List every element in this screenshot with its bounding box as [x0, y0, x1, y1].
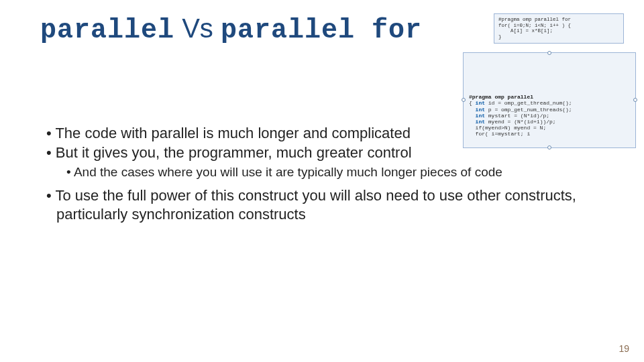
code-small-text: #pragma omp parallel for for( i=0;N; i<N…	[498, 17, 571, 40]
bullet-text: To use the full power of this construct …	[55, 187, 576, 223]
selection-handle-icon	[462, 98, 466, 102]
bullet-item: But it gives you, the programmer, much g…	[44, 143, 617, 162]
title-vs: Vs	[174, 13, 221, 43]
sub-bullet-item: And the cases where you will use it are …	[44, 164, 617, 180]
bullet-text: But it gives you, the programmer, much g…	[56, 144, 412, 161]
slide-title: parallel Vs parallel for	[40, 13, 422, 46]
bullet-text: And the cases where you will use it are …	[74, 165, 502, 179]
code-snippet-parallel-for: #pragma omp parallel for for( i=0;N; i<N…	[494, 13, 624, 44]
selection-handle-icon	[547, 51, 551, 55]
bullet-item: To use the full power of this construct …	[44, 186, 617, 224]
bullet-list: The code with parallel is much longer an…	[44, 124, 617, 225]
title-parallel-1: parallel	[40, 15, 174, 46]
title-parallel-for: parallel for	[221, 15, 422, 46]
page-number: 19	[619, 343, 629, 354]
selection-handle-icon	[633, 98, 637, 102]
bullet-text: The code with parallel is much longer an…	[55, 125, 411, 141]
bullet-item: The code with parallel is much longer an…	[44, 124, 617, 143]
